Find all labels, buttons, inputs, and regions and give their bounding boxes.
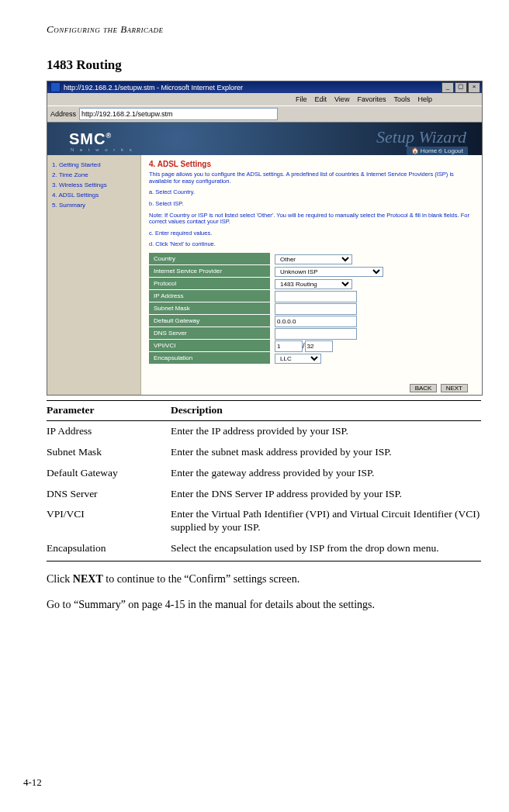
menu-favorites[interactable]: Favorites	[357, 95, 386, 103]
desc-vpivci: Enter the Virtual Path Identifier (VPI) …	[171, 504, 481, 538]
label-isp: Internet Service Provider	[149, 265, 270, 278]
param-subnet: Subnet Mask	[47, 442, 171, 463]
label-encap: Encapsulation	[149, 352, 270, 365]
address-input[interactable]: http://192.168.2.1/setupw.stm	[79, 108, 278, 120]
label-gateway: Default Gateway	[149, 315, 270, 327]
wizard-note: Note: If Country or ISP is not listed se…	[149, 213, 474, 226]
router-header: SMC® N e t w o r k s Setup Wizard 🏠 Home…	[47, 123, 482, 157]
desc-dns: Enter the DNS Server IP address provided…	[171, 484, 481, 505]
input-dns[interactable]	[275, 328, 357, 340]
label-subnet: Subnet Mask	[149, 302, 270, 315]
col-description: Description	[171, 401, 481, 421]
window-title: http://192.168.2.1/setupw.stm - Microsof…	[64, 84, 243, 92]
menu-help[interactable]: Help	[417, 95, 432, 103]
select-encap[interactable]: LLC	[275, 354, 321, 364]
col-parameter: Parameter	[47, 401, 171, 421]
setup-wizard-text: Setup Wizard	[376, 127, 466, 147]
desc-encap: Select the encapsulation used by ISP fro…	[171, 538, 481, 561]
input-ip[interactable]	[275, 291, 357, 302]
input-vpi[interactable]	[275, 340, 303, 352]
label-vpivci: VPI/VCI	[149, 340, 270, 352]
wizard-step-c: c. Enter required values.	[149, 230, 474, 237]
desc-ip: Enter the IP address provided by your IS…	[171, 420, 481, 441]
sidebar-item-getting-started[interactable]: 1. Getting Started	[52, 161, 136, 168]
home-logout-bar[interactable]: 🏠 Home ⎋ Logout	[407, 147, 468, 155]
address-bar: Address http://192.168.2.1/setupw.stm	[47, 105, 482, 123]
menu-tools[interactable]: Tools	[393, 95, 410, 103]
smc-logo: SMC®	[69, 130, 112, 148]
browser-menubar: File Edit View Favorites Tools Help	[47, 93, 482, 105]
wizard-heading: 4. ADSL Settings	[149, 160, 474, 168]
address-label: Address	[50, 110, 76, 118]
sidebar-item-adsl[interactable]: 4. ADSL Settings	[52, 192, 136, 199]
embedded-screenshot: http://192.168.2.1/setupw.stm - Microsof…	[47, 81, 483, 396]
maximize-button[interactable]: ▢	[455, 82, 467, 93]
param-ip: IP Address	[47, 420, 171, 441]
desc-subnet: Enter the subnet mask address provided b…	[171, 442, 481, 463]
next-button[interactable]: NEXT	[441, 384, 468, 392]
input-vci[interactable]	[305, 340, 333, 352]
running-head: Configuring the Barricade	[47, 23, 470, 36]
param-gateway: Default Gateway	[47, 463, 171, 484]
minimize-button[interactable]: _	[441, 82, 454, 93]
wizard-main: 4. ADSL Settings This page allows you to…	[141, 155, 482, 395]
menu-view[interactable]: View	[334, 95, 349, 103]
page-number: 4-12	[23, 776, 42, 789]
wizard-intro: This page allows you to configure the AD…	[149, 171, 474, 185]
body-para-2: Go to “Summary” on page 4-15 in the manu…	[47, 598, 481, 613]
next-strong: NEXT	[73, 573, 103, 585]
back-button[interactable]: BACK	[410, 384, 438, 392]
label-protocol: Protocol	[149, 278, 270, 290]
label-country: Country	[149, 253, 270, 265]
parameter-table: Parameter Description IP AddressEnter th…	[47, 400, 481, 561]
input-gateway[interactable]	[275, 316, 357, 327]
body-para-1: Click NEXT to continue to the “Confirm” …	[47, 572, 481, 587]
param-encap: Encapsulation	[47, 538, 171, 561]
window-titlebar: http://192.168.2.1/setupw.stm - Microsof…	[47, 81, 482, 93]
ie-icon	[50, 82, 61, 92]
sidebar-item-time-zone[interactable]: 2. Time Zone	[52, 171, 136, 178]
label-ip: IP Address	[149, 290, 270, 302]
sidebar-item-wireless[interactable]: 3. Wireless Settings	[52, 181, 136, 188]
menu-edit[interactable]: Edit	[315, 95, 327, 103]
wizard-step-d: d. Click 'Next' to continue.	[149, 241, 474, 248]
wizard-sidebar: 1. Getting Started 2. Time Zone 3. Wirel…	[47, 155, 141, 395]
input-subnet[interactable]	[275, 303, 357, 315]
desc-gateway: Enter the gateway address provided by yo…	[171, 463, 481, 484]
wizard-step-a: a. Select Country.	[149, 189, 474, 196]
param-vpivci: VPI/VCI	[47, 504, 171, 538]
smc-sublogo: N e t w o r k s	[71, 147, 134, 152]
section-title: 1483 Routing	[47, 57, 470, 73]
sidebar-item-summary[interactable]: 5. Summary	[52, 202, 136, 209]
wizard-form: CountryOther Internet Service ProviderUn…	[149, 253, 474, 365]
label-dns: DNS Server	[149, 327, 270, 340]
menu-file[interactable]: File	[296, 95, 307, 103]
select-country[interactable]: Other	[275, 254, 352, 264]
param-dns: DNS Server	[47, 484, 171, 505]
select-protocol[interactable]: 1483 Routing	[275, 279, 352, 289]
close-button[interactable]: ×	[468, 82, 480, 93]
select-isp[interactable]: Unknown ISP	[275, 267, 383, 277]
wizard-step-b: b. Select ISP.	[149, 201, 474, 208]
